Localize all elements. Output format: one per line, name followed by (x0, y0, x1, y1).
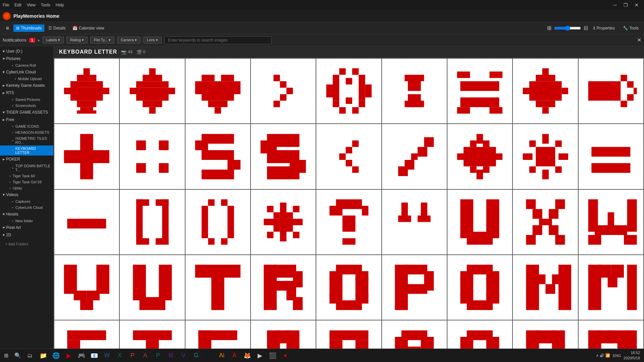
grid-cell-s-pixel[interactable] (185, 124, 250, 189)
grid-cell-s-block[interactable] (251, 124, 316, 189)
camera-filter[interactable]: Camera ▾ (117, 37, 141, 44)
sidebar-item-isometric-tiles[interactable]: •ISOMETRIC TILES RO... (0, 135, 53, 145)
taskbar-app-powerpoint[interactable]: P (126, 350, 139, 362)
search-input[interactable] (164, 36, 272, 44)
grid-cell-letter-t[interactable] (185, 255, 250, 320)
menu-edit[interactable]: Edit (14, 3, 21, 7)
taskbar-app-app2[interactable]: ● (279, 350, 291, 362)
sidebar-pixel-art-header[interactable]: ▾ Pixel Art (0, 224, 53, 231)
taskbar-app-outlook[interactable]: 📧 (88, 350, 100, 362)
rating-filter[interactable]: Rating ▾ (66, 37, 88, 44)
maximize-button[interactable]: ❐ (621, 2, 631, 8)
menu-help[interactable]: Help (56, 3, 64, 7)
thumbnails-btn[interactable]: ⊞ Thumbnails (13, 24, 44, 32)
grid-cell-cross-flower[interactable] (447, 124, 512, 189)
taskbar-app-onenote[interactable]: N (165, 350, 177, 362)
sidebar-item-tiger-tank-girl-59[interactable]: •Tiger Tank Girl 59 (0, 179, 53, 185)
tools-btn[interactable]: 🔧 Tools (620, 24, 641, 32)
sidebar-item-new-folder[interactable]: •New folder (0, 218, 53, 224)
sidebar-free-header[interactable]: ▸ Free (0, 116, 53, 123)
taskbar-app-photoshop[interactable]: Ps (203, 350, 215, 362)
sidebar-pictures-header[interactable]: ▾ Pictures (0, 55, 53, 62)
grid-cell-equals[interactable] (447, 59, 512, 123)
grid-cell-parens[interactable] (185, 190, 250, 254)
sidebar-user-header[interactable]: ▾ User (D:) (0, 48, 53, 55)
grid-cell-minus[interactable] (54, 190, 119, 254)
sidebar-item-keyboard-letter[interactable]: •KEYBOARD LETTER (0, 145, 53, 156)
sidebar-item-hexagon-assets[interactable]: •HEXAGON ASSETS (0, 129, 53, 135)
labels-filter[interactable]: Labels ▾ (43, 37, 64, 44)
task-view-button[interactable]: 🗂 (24, 351, 35, 360)
grid-cell-letter-m[interactable] (579, 255, 643, 320)
sidebar-item-captures[interactable]: •Captures (0, 198, 53, 204)
grid-cell-star-shape[interactable] (513, 59, 578, 123)
filetype-filter[interactable]: File Ty... ▾ (90, 37, 114, 44)
sidebar-item-tiger-tank-60[interactable]: •Tiger Tank 60 (0, 173, 53, 179)
taskbar-app-word[interactable]: W (101, 350, 113, 362)
grid-cell-dots-grid[interactable] (120, 124, 184, 189)
grid-cell-equals-simple[interactable] (579, 124, 643, 189)
close-button[interactable]: ✕ (632, 2, 641, 8)
properties-btn[interactable]: ℹ Properties (591, 24, 618, 32)
grid-cell-letter-u[interactable] (447, 190, 512, 254)
grid-cell-heart[interactable] (185, 59, 250, 123)
grid-cell-brackets[interactable] (120, 190, 184, 254)
taskbar-app-illustrator[interactable]: Ai (216, 350, 228, 362)
taskbar-app-publisher[interactable]: P (152, 350, 164, 362)
grid-cell-question[interactable] (316, 190, 381, 254)
minimize-button[interactable]: ─ (611, 2, 620, 8)
sidebar-tiger-game-assets-header[interactable]: ▾ TIGER GAME ASSETS (0, 109, 53, 116)
zoom-slider[interactable] (554, 25, 581, 31)
taskbar-app-gitkraken[interactable]: G (190, 350, 202, 362)
taskbar-app-steam[interactable]: 🎮 (75, 350, 88, 362)
sidebar-hexels-header[interactable]: ▾ Hexels (0, 210, 53, 218)
taskbar-app-media[interactable]: ▶ (254, 350, 266, 362)
grid-cell-colon[interactable] (382, 59, 447, 123)
grid-cell-letter-v[interactable] (54, 255, 119, 320)
menu-view[interactable]: View (27, 3, 36, 7)
taskbar-app-terminal[interactable]: ⬛ (267, 350, 279, 362)
grid-cell-letter-p[interactable] (382, 255, 447, 320)
grid-cell-letter-o[interactable] (316, 255, 381, 320)
grid-cell-plus[interactable] (54, 124, 119, 189)
grid-cell-letter-x[interactable] (513, 190, 578, 254)
sidebar-videos-header[interactable]: ▾ Videos (0, 191, 53, 198)
grid-cell-letter-u2[interactable] (120, 255, 184, 320)
grid-cell-asterisk-flower[interactable] (513, 124, 578, 189)
sidebar-kenney-header[interactable]: ▸ Kenney Game Assets (0, 82, 53, 89)
taskbar-app-edge[interactable]: 🌐 (50, 350, 62, 362)
taskbar-app-excel[interactable]: X (114, 350, 126, 362)
grid-cell-letter-r[interactable] (251, 255, 316, 320)
taskbar-app-firefox[interactable]: 🦊 (241, 350, 253, 362)
menu-file[interactable]: File (3, 3, 9, 7)
grid-cell-doublequote[interactable] (382, 190, 447, 254)
search-button[interactable]: 🔍 (12, 351, 24, 360)
grid-cell-slash[interactable] (382, 124, 447, 189)
grid-cell-letter-o2[interactable] (447, 255, 512, 320)
grid-cell-letter-n[interactable] (513, 255, 578, 320)
sidebar-item-top-down-battle[interactable]: •TOP DOWN BATTLE T... (0, 163, 53, 173)
taskbar-app-playmemories[interactable]: ▶ (63, 350, 75, 362)
calendar-btn[interactable]: 📅 Calendar view (70, 24, 107, 32)
grid-cell-braces[interactable] (316, 59, 381, 123)
taskbar-app-access[interactable]: A (139, 350, 151, 362)
taskbar-app-explorer[interactable]: 📁 (37, 350, 49, 362)
sidebar-item-uplay[interactable]: •Uplay (0, 185, 53, 191)
close-notifications-button[interactable]: ✕ (637, 37, 641, 43)
sidebar-item-mobile-upload[interactable]: •Mobile Upload (0, 76, 53, 82)
grid-cell-greater-than[interactable] (251, 59, 316, 123)
sidebar-poker-header[interactable]: ▸ POKER (0, 156, 53, 163)
start-button[interactable]: ⊞ (1, 351, 11, 360)
grid-cell-spade[interactable] (54, 59, 119, 123)
sidebar-item-camera-roll[interactable]: •Camera Roll (0, 62, 53, 68)
sidebar-item-game-icons[interactable]: •GAME ICONS (0, 123, 53, 129)
menu-tools[interactable]: Tools (41, 3, 50, 7)
add-folders-button[interactable]: + Add Folders (0, 240, 53, 248)
grid-cell-less-than[interactable] (316, 124, 381, 189)
sidebar-cyberlink-cloud-header[interactable]: ▾ CyberLink Cloud (0, 68, 53, 76)
grid-cell-diamond[interactable] (120, 59, 184, 123)
sidebar-item-saved-pictures[interactable]: •Saved Pictures (0, 97, 53, 103)
grid-cell-arrow-right[interactable] (579, 59, 643, 123)
details-btn[interactable]: ☰ Details (46, 24, 68, 32)
sidebar-2d-header[interactable]: ▾ 2D (0, 231, 53, 239)
